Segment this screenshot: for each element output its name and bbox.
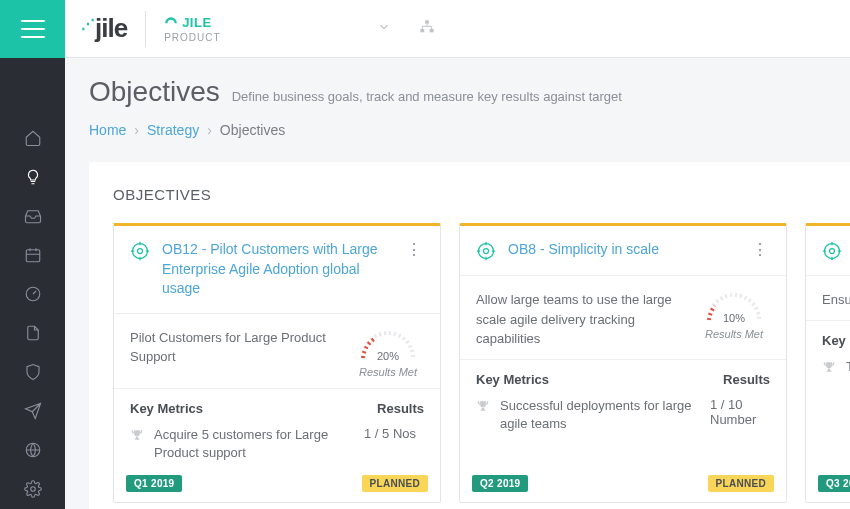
gauge-icon xyxy=(358,328,418,360)
svg-point-12 xyxy=(830,249,835,254)
hamburger-menu[interactable] xyxy=(0,0,65,58)
metric-text: Tria hig exp xyxy=(846,358,850,378)
inbox-icon xyxy=(24,207,42,225)
objective-description: Pilot Customers for Large Product Suppor… xyxy=(130,328,342,378)
breadcrumb-home[interactable]: Home xyxy=(89,122,126,138)
calendar-icon xyxy=(24,246,42,264)
svg-point-6 xyxy=(30,487,35,492)
metric-row: Tria hig exp xyxy=(822,358,850,378)
nav-security[interactable] xyxy=(0,353,65,392)
bulb-icon xyxy=(24,168,42,186)
objective-description: Allow large teams to use the large scale… xyxy=(476,290,688,349)
product-label: JILE xyxy=(182,15,211,30)
metric-text: Successful deployments for large agile t… xyxy=(500,397,700,433)
quarter-chip: Q2 2019 xyxy=(472,475,528,492)
svg-point-8 xyxy=(138,249,143,254)
card-menu-button[interactable]: ⋮ xyxy=(404,240,424,259)
content-area: Objectives Define business goals, track … xyxy=(65,58,850,509)
metrics-header-key: Key Metrics xyxy=(476,372,549,387)
product-selector[interactable]: JILE PRODUCT xyxy=(145,11,220,47)
svg-rect-3 xyxy=(26,250,40,262)
gear-icon xyxy=(24,480,42,498)
objective-title[interactable]: OB8 - Simplicity in scale xyxy=(508,240,738,260)
quarter-chip: Q1 2019 xyxy=(126,475,182,492)
nav-settings[interactable] xyxy=(0,470,65,509)
objective-card[interactable]: OB12 - Pilot Customers with Large Enterp… xyxy=(113,223,441,503)
gauge-label: Results Met xyxy=(698,328,770,340)
metric-result: 1 / 10 Number xyxy=(710,397,770,433)
metric-result: 1 / 5 Nos xyxy=(364,426,424,462)
breadcrumb: Home › Strategy › Objectives xyxy=(89,122,826,138)
nav-inbox[interactable] xyxy=(0,196,65,235)
nav-gauge[interactable] xyxy=(0,274,65,313)
gauge-icon xyxy=(704,290,764,322)
svg-point-10 xyxy=(484,249,489,254)
objectives-cards-row: OB12 - Pilot Customers with Large Enterp… xyxy=(113,223,850,503)
metrics-header-results: Results xyxy=(723,372,770,387)
nav-explore[interactable] xyxy=(0,431,65,470)
target-icon xyxy=(476,241,496,261)
page-description: Define business goals, track and measure… xyxy=(232,89,622,104)
metrics-header-results: Results xyxy=(377,401,424,416)
status-chip: PLANNED xyxy=(362,475,428,492)
nav-releases[interactable] xyxy=(0,392,65,431)
nav-calendar[interactable] xyxy=(0,235,65,274)
product-sublabel: PRODUCT xyxy=(164,32,220,43)
metric-text: Acquire 5 customers for Large Product su… xyxy=(154,426,354,462)
objective-title[interactable]: OB12 - Pilot Customers with Large Enterp… xyxy=(162,240,392,299)
target-icon xyxy=(822,241,842,261)
globe-icon xyxy=(24,441,42,459)
svg-point-11 xyxy=(825,244,840,259)
breadcrumb-strategy[interactable]: Strategy xyxy=(147,122,199,138)
topbar: jile JILE PRODUCT xyxy=(0,0,850,58)
logo-area: jile JILE PRODUCT xyxy=(65,11,237,47)
dashboard-icon xyxy=(164,16,178,28)
nav-files[interactable] xyxy=(0,313,65,352)
objective-card[interactable]: OB8 - Simplicity in scale ⋮ Allow large … xyxy=(459,223,787,503)
logo[interactable]: jile xyxy=(81,13,127,44)
org-chart-icon[interactable] xyxy=(419,19,435,39)
objective-card[interactable]: O Ensure by und Key M Tria hig xyxy=(805,223,850,503)
nav-objectives[interactable] xyxy=(0,157,65,196)
svg-point-9 xyxy=(479,244,494,259)
gauge-icon xyxy=(24,285,42,303)
status-chip: PLANNED xyxy=(708,475,774,492)
sidebar xyxy=(0,58,65,509)
metric-row: Acquire 5 customers for Large Product su… xyxy=(130,426,424,462)
section-title: OBJECTIVES xyxy=(113,186,850,203)
files-icon xyxy=(24,324,42,342)
shield-icon xyxy=(24,363,42,381)
metric-row: Successful deployments for large agile t… xyxy=(476,397,770,433)
metrics-header-key: Key M xyxy=(822,333,850,348)
objective-description: Ensure by und xyxy=(822,290,850,310)
svg-point-7 xyxy=(133,244,148,259)
breadcrumb-current: Objectives xyxy=(220,122,285,138)
svg-rect-1 xyxy=(420,29,424,32)
svg-rect-2 xyxy=(429,29,433,32)
chevron-right-icon: › xyxy=(207,122,212,138)
chevron-right-icon: › xyxy=(134,122,139,138)
trophy-icon xyxy=(476,399,490,433)
page-title: Objectives xyxy=(89,76,220,108)
svg-rect-0 xyxy=(425,20,429,23)
gauge-label: Results Met xyxy=(352,366,424,378)
target-icon xyxy=(130,241,150,261)
trophy-icon xyxy=(822,360,836,378)
quarter-chip: Q3 201 xyxy=(818,475,850,492)
plane-icon xyxy=(24,402,42,420)
trophy-icon xyxy=(130,428,144,462)
metrics-header-key: Key Metrics xyxy=(130,401,203,416)
nav-home[interactable] xyxy=(0,118,65,157)
home-icon xyxy=(24,129,42,147)
chevron-down-icon[interactable] xyxy=(377,20,391,38)
card-menu-button[interactable]: ⋮ xyxy=(750,240,770,259)
